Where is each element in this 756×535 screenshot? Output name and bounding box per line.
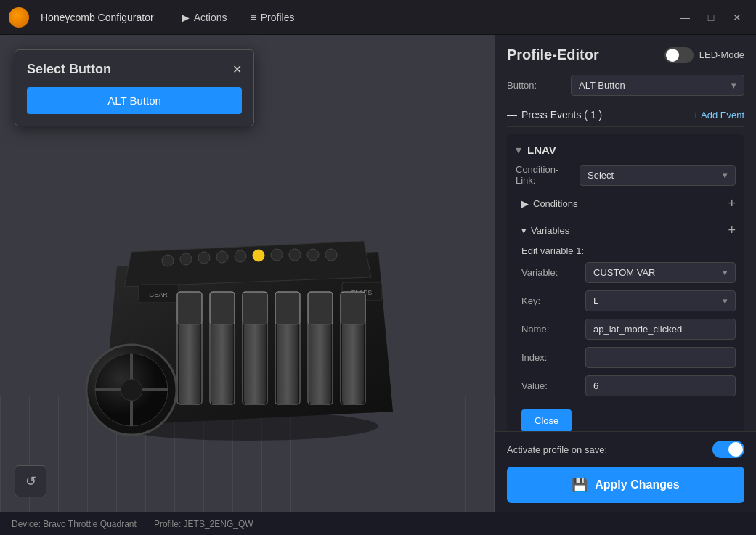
reset-icon: ↺	[25, 473, 36, 489]
play-icon: ▶	[182, 12, 190, 23]
dialog-close-button[interactable]: ✕	[232, 62, 242, 76]
controller-3d-model: GEAR FLAPS	[73, 179, 422, 455]
profiles-nav-btn[interactable]: ≡ Profiles	[240, 9, 305, 26]
title-bar: Honeycomb Configurator ▶ Actions ≡ Profi…	[0, 0, 756, 35]
variable-chevron-icon: ▾	[723, 267, 728, 278]
condition-link-dropdown[interactable]: Select ▾	[580, 165, 736, 186]
alt-button-option[interactable]: ALT Button	[27, 87, 242, 114]
index-input[interactable]	[585, 347, 736, 368]
press-events-label: Press Events ( 1 )	[521, 109, 602, 121]
conditions-chevron-icon: ▶	[521, 198, 529, 209]
svg-text:GEAR: GEAR	[149, 291, 168, 298]
button-select-dropdown[interactable]: ALT Button ▾	[571, 75, 744, 96]
apply-changes-label: Apply Changes	[595, 478, 679, 491]
key-field-label: Key:	[521, 295, 580, 306]
index-field-row: Index:	[521, 347, 736, 368]
variables-chevron-icon: ▾	[521, 225, 527, 236]
svg-rect-24	[275, 292, 300, 324]
profiles-icon: ≡	[251, 12, 256, 23]
key-chevron-icon: ▾	[723, 295, 728, 306]
status-bar: Device: Bravo Throttle Quadrant Profile:…	[0, 512, 756, 535]
press-events-chevron-icon: —	[507, 109, 517, 121]
value-field-row: Value:	[521, 375, 736, 396]
svg-point-4	[216, 251, 228, 263]
left-panel: Select Button ✕ ALT Button	[0, 35, 495, 512]
svg-rect-21	[177, 292, 202, 324]
key-field-row: Key: L ▾	[521, 290, 736, 311]
profile-editor-title: Profile-Editor	[507, 46, 599, 63]
edit-variable-block: Edit variable 1: Variable: CUSTOM VAR ▾ …	[521, 245, 736, 431]
apply-changes-button[interactable]: 💾 Apply Changes	[507, 467, 744, 503]
conditions-toggle[interactable]: ▶ Conditions	[521, 198, 577, 209]
variable-dropdown[interactable]: CUSTOM VAR ▾	[585, 262, 736, 283]
button-field-label: Button:	[507, 80, 565, 91]
activate-toggle-knob	[728, 442, 743, 457]
right-panel: Profile-Editor LED-Mode Button: ALT Butt…	[495, 35, 756, 512]
right-panel-scroll[interactable]: Profile-Editor LED-Mode Button: ALT Butt…	[495, 35, 756, 431]
key-dropdown[interactable]: L ▾	[585, 290, 736, 311]
value-input[interactable]	[585, 375, 736, 396]
variables-toggle[interactable]: ▾ Variables	[521, 225, 569, 236]
variable-field-label: Variable:	[521, 267, 580, 278]
reset-button[interactable]: ↺	[15, 465, 46, 497]
close-button[interactable]: ✕	[727, 7, 747, 28]
controller-svg: GEAR FLAPS	[73, 179, 422, 455]
controller-visual: GEAR FLAPS	[0, 122, 495, 512]
svg-point-6	[253, 250, 264, 261]
variable-value: CUSTOM VAR	[593, 267, 655, 278]
app-logo	[9, 7, 29, 28]
actions-label: Actions	[194, 12, 227, 23]
conditions-header: ▶ Conditions +	[521, 193, 736, 214]
svg-rect-26	[341, 292, 365, 324]
svg-point-2	[180, 253, 192, 265]
svg-point-1	[162, 255, 174, 266]
actions-nav-btn[interactable]: ▶ Actions	[171, 9, 237, 26]
add-condition-button[interactable]: +	[728, 196, 736, 211]
app-title: Honeycomb Configurator	[41, 12, 154, 23]
dialog-title: Select Button	[27, 62, 111, 77]
dialog-header: Select Button ✕	[27, 62, 242, 77]
event-name-row: ▾ LNAV	[516, 143, 736, 157]
variables-section: ▾ Variables + Edit variable 1: Variable:…	[521, 220, 736, 431]
index-field-label: Index:	[521, 352, 580, 363]
condition-link-value: Select	[588, 170, 614, 181]
add-event-button[interactable]: + Add Event	[694, 110, 744, 121]
chevron-down-icon: ▾	[731, 80, 736, 91]
svg-rect-23	[243, 292, 267, 324]
variables-header: ▾ Variables +	[521, 220, 736, 241]
svg-point-5	[235, 250, 246, 262]
event-chevron-icon[interactable]: ▾	[516, 143, 521, 157]
svg-point-8	[289, 249, 301, 261]
conditions-section: ▶ Conditions +	[521, 193, 736, 214]
activate-label: Activate profile on save:	[507, 444, 607, 455]
name-field-label: Name:	[521, 324, 580, 335]
activate-toggle[interactable]	[712, 441, 744, 458]
name-input[interactable]	[585, 319, 736, 340]
led-mode-area: LED-Mode	[664, 47, 744, 63]
save-icon: 💾	[572, 477, 588, 493]
value-field-label: Value:	[521, 380, 580, 391]
led-mode-label: LED-Mode	[699, 49, 744, 60]
add-variable-button[interactable]: +	[728, 223, 736, 238]
edit-variable-title: Edit variable 1:	[521, 245, 736, 256]
variables-label: Variables	[531, 225, 569, 236]
svg-point-7	[271, 249, 283, 261]
led-mode-toggle[interactable]	[664, 47, 694, 63]
condition-link-row: Condition-Link: Select ▾	[516, 164, 736, 186]
main-layout: Select Button ✕ ALT Button	[0, 35, 756, 512]
name-field-row: Name:	[521, 319, 736, 340]
press-events-toggle[interactable]: — Press Events ( 1 )	[507, 109, 602, 121]
activate-row: Activate profile on save:	[507, 441, 744, 458]
condition-link-label: Condition-Link:	[516, 164, 574, 186]
svg-point-10	[325, 249, 337, 261]
profiles-label: Profiles	[261, 12, 295, 23]
minimize-button[interactable]: —	[675, 7, 695, 28]
press-events-row: — Press Events ( 1 ) + Add Event	[507, 103, 744, 127]
svg-rect-25	[308, 292, 333, 324]
button-select-value: ALT Button	[579, 80, 625, 91]
close-variable-button[interactable]: Close	[521, 409, 572, 431]
profile-editor-header: Profile-Editor LED-Mode	[507, 46, 744, 63]
svg-point-3	[198, 252, 210, 264]
device-status: Device: Bravo Throttle Quadrant	[12, 519, 137, 529]
maximize-button[interactable]: □	[701, 7, 721, 28]
